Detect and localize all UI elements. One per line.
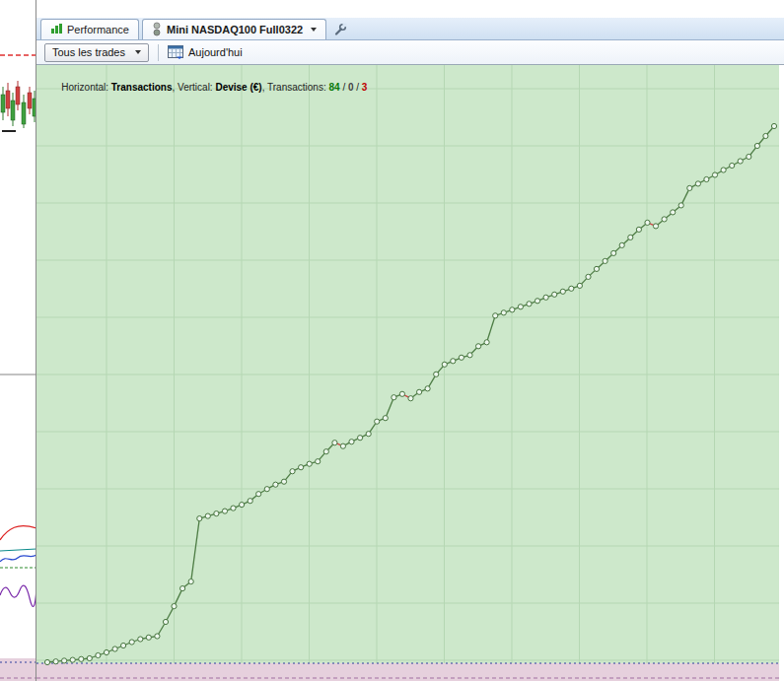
- stat-separator: /: [354, 82, 362, 93]
- horizontal-value: Transactions: [111, 82, 173, 93]
- instrument-link-icon: [152, 21, 162, 38]
- wins-count: 84: [328, 82, 339, 93]
- properties-button[interactable]: [329, 20, 351, 38]
- vertical-label: , Vertical:: [173, 82, 216, 93]
- toolbar-separator: [158, 44, 159, 61]
- tab-bar: Performance Mini NASDAQ100 Full0322: [36, 18, 784, 40]
- transactions-label: , Transactions:: [262, 82, 329, 93]
- vertical-value: Devise (€): [215, 82, 261, 93]
- calendar-icon: [168, 44, 183, 61]
- window-top-strip: [36, 0, 784, 18]
- app-window: Performance Mini NASDAQ100 Full0322: [0, 0, 784, 681]
- instrument-label: Mini NASDAQ100 Full0322: [167, 24, 303, 35]
- trades-filter-label: Tous les trades: [52, 46, 125, 58]
- adjacent-chart-sliver: [0, 0, 36, 681]
- equity-curve-plot[interactable]: [36, 65, 779, 681]
- stat-separator: /: [340, 82, 348, 93]
- horizontal-label: Horizontal:: [61, 82, 111, 93]
- chart-header: Horizontal: Transactions, Vertical: Devi…: [39, 71, 367, 103]
- equity-chart-area[interactable]: Horizontal: Transactions, Vertical: Devi…: [36, 65, 779, 681]
- period-selector[interactable]: Aujourd'hui: [168, 44, 243, 61]
- period-label: Aujourd'hui: [188, 46, 243, 58]
- chevron-down-icon: [311, 28, 317, 32]
- tab-performance[interactable]: Performance: [40, 19, 139, 39]
- trades-filter-dropdown[interactable]: Tous les trades: [44, 43, 149, 62]
- performance-panel: Performance Mini NASDAQ100 Full0322: [36, 0, 784, 681]
- losses-count: 3: [362, 82, 368, 93]
- adjacent-chart-strip[interactable]: [0, 0, 36, 681]
- tab-performance-label: Performance: [67, 24, 129, 35]
- chevron-down-icon: [135, 50, 141, 54]
- instrument-selector[interactable]: Mini NASDAQ100 Full0322: [142, 19, 326, 39]
- toolbar: Tous les trades Aujourd'hui: [36, 40, 784, 65]
- wrench-icon: [333, 23, 347, 36]
- bar-chart-icon: [50, 23, 62, 36]
